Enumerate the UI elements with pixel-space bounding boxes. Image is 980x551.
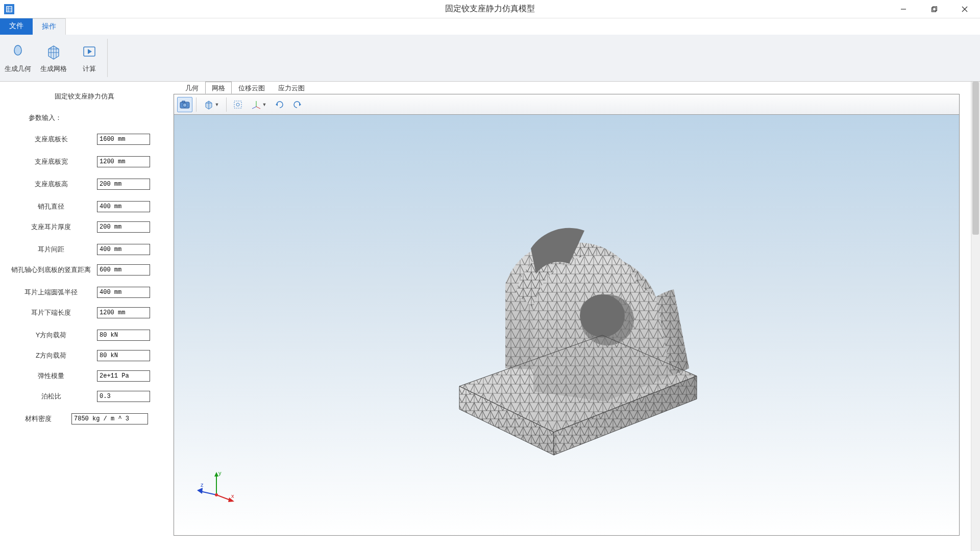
rotate-cw-icon xyxy=(292,99,302,110)
param-input-density[interactable] xyxy=(71,413,148,424)
svg-rect-5 xyxy=(932,8,936,12)
window-title: 固定铰支座静力仿真模型 xyxy=(445,4,535,14)
axis-indicator: y x z xyxy=(194,469,235,510)
svg-point-18 xyxy=(183,103,187,107)
svg-rect-6 xyxy=(933,7,937,11)
param-input-lug-bottom[interactable] xyxy=(97,307,150,318)
maximize-button[interactable] xyxy=(919,0,949,18)
ribbon-label: 生成几何 xyxy=(5,64,31,73)
param-label: 支座底板高 xyxy=(5,180,97,189)
param-label: 弹性模量 xyxy=(5,371,97,381)
param-label: 销孔轴心到底板的竖直距离 xyxy=(5,265,97,274)
param-input-poisson[interactable] xyxy=(97,391,150,402)
svg-rect-0 xyxy=(7,6,12,12)
param-label: 销孔直径 xyxy=(5,202,97,211)
tab-operations[interactable]: 操作 xyxy=(33,18,66,35)
axis-x-label: x xyxy=(231,493,234,499)
minimize-button[interactable] xyxy=(888,0,919,18)
generate-geometry-button[interactable]: 生成几何 xyxy=(0,35,36,81)
app-icon xyxy=(4,4,14,14)
param-label: 支座耳片厚度 xyxy=(5,222,97,232)
chevron-down-icon: ▼ xyxy=(215,102,219,107)
param-input-pin-dia[interactable] xyxy=(97,201,150,212)
param-input-load-y[interactable] xyxy=(97,330,150,341)
scrollbar-thumb[interactable] xyxy=(972,82,979,235)
tab-mesh[interactable]: 网格 xyxy=(205,82,232,94)
param-label: Z方向载荷 xyxy=(5,351,97,360)
viewport-3d[interactable]: y x z xyxy=(174,115,959,535)
vertical-scrollbar[interactable] xyxy=(971,82,980,551)
toolbar-separator xyxy=(226,97,227,112)
tab-file[interactable]: 文件 xyxy=(0,18,33,35)
workspace: 固定铰支座静力仿真 参数输入： 支座底板长 支座底板宽 支座底板高 销孔直径 支… xyxy=(0,82,980,551)
param-input-base-height[interactable] xyxy=(97,179,150,190)
panel-title: 固定铰支座静力仿真 xyxy=(5,92,163,101)
param-input-base-length[interactable] xyxy=(97,134,150,145)
param-input-arc-r[interactable] xyxy=(97,287,150,298)
xyz-axes-icon xyxy=(251,99,261,110)
rotate-ccw-button[interactable] xyxy=(272,97,287,112)
close-button[interactable] xyxy=(949,0,980,18)
param-label: 材料密度 xyxy=(5,414,71,423)
viewport-toolbar: ▼ ▼ xyxy=(174,94,959,115)
svg-marker-43 xyxy=(214,472,218,477)
compute-button[interactable]: 计算 xyxy=(71,35,107,81)
toolbar-separator xyxy=(196,97,197,112)
play-icon xyxy=(80,43,99,61)
tab-stress[interactable]: 应力云图 xyxy=(272,82,311,94)
ribbon-separator xyxy=(107,39,108,77)
titlebar: 固定铰支座静力仿真模型 xyxy=(0,0,980,18)
axis-y-label: y xyxy=(218,470,222,476)
window-controls xyxy=(888,0,980,18)
tab-geometry[interactable]: 几何 xyxy=(179,82,205,94)
svg-rect-23 xyxy=(234,101,241,108)
mesh-model xyxy=(401,182,717,468)
param-label: 耳片下端长度 xyxy=(5,308,97,317)
svg-point-38 xyxy=(580,294,625,337)
svg-line-27 xyxy=(252,107,256,109)
view-orientation-dropdown[interactable]: ▼ xyxy=(248,97,270,112)
geometry-drop-icon xyxy=(9,43,27,61)
panel-subtitle: 参数输入： xyxy=(29,113,163,122)
svg-rect-19 xyxy=(182,101,185,103)
param-label: 支座底板长 xyxy=(5,135,97,144)
camera-icon xyxy=(179,100,190,109)
param-label: 耳片间距 xyxy=(5,245,97,254)
param-label: 支座底板宽 xyxy=(5,157,97,166)
param-input-base-width[interactable] xyxy=(97,156,150,167)
cube-icon xyxy=(204,99,214,110)
svg-marker-47 xyxy=(197,488,203,494)
svg-line-26 xyxy=(256,107,260,109)
camera-snapshot-button[interactable] xyxy=(177,97,192,112)
param-label: Y方向载荷 xyxy=(5,331,97,340)
generate-mesh-button[interactable]: 生成网格 xyxy=(36,35,71,81)
viewport-frame: ▼ ▼ xyxy=(174,94,960,536)
menu-tabs: 文件 操作 xyxy=(0,18,980,35)
svg-point-24 xyxy=(236,103,239,106)
view-tabs: 几何 网格 位移云图 应力云图 xyxy=(179,82,970,94)
rotate-cw-button[interactable] xyxy=(289,97,305,112)
ribbon-label: 生成网格 xyxy=(40,64,67,73)
viewport-area: 几何 网格 位移云图 应力云图 ▼ ▼ xyxy=(168,82,980,551)
svg-line-46 xyxy=(201,491,216,495)
axis-origin-icon xyxy=(215,493,218,496)
render-mode-dropdown[interactable]: ▼ xyxy=(200,97,223,112)
axis-z-label: z xyxy=(201,482,204,488)
param-input-lug-thick[interactable] xyxy=(97,221,150,233)
ribbon-label: 计算 xyxy=(83,64,96,73)
param-input-e-modulus[interactable] xyxy=(97,370,150,382)
chevron-down-icon: ▼ xyxy=(262,102,267,107)
param-input-lug-gap[interactable] xyxy=(97,244,150,255)
svg-marker-16 xyxy=(88,49,92,54)
tab-displacement[interactable]: 位移云图 xyxy=(232,82,272,94)
parameter-panel: 固定铰支座静力仿真 参数输入： 支座底板长 支座底板宽 支座底板高 销孔直径 支… xyxy=(0,82,168,551)
param-input-load-z[interactable] xyxy=(97,350,150,361)
ribbon-toolbar: 生成几何 生成网格 计算 xyxy=(0,35,980,82)
param-label: 耳片上端圆弧半径 xyxy=(5,288,97,297)
param-label: 泊松比 xyxy=(5,392,97,401)
param-input-pin-vert[interactable] xyxy=(97,264,150,276)
fit-view-button[interactable] xyxy=(230,97,246,112)
rotate-ccw-icon xyxy=(275,99,285,110)
mesh-cube-icon xyxy=(44,43,63,61)
fit-icon xyxy=(233,99,243,110)
